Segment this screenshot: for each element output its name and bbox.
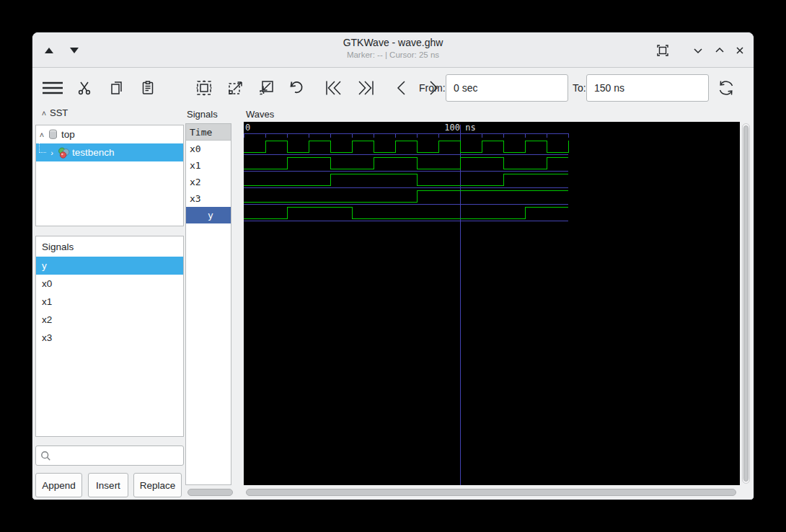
sst-expander-row[interactable]: ˄ SST [38,107,68,118]
waveform-plot: 0100 ns [244,122,740,485]
list-item[interactable]: x1 [36,293,183,311]
menu-icon [41,80,64,96]
wave-canvas[interactable]: 0100 ns [244,122,740,485]
to-label: To: [573,82,586,94]
wave-horizontal-scrollbar-thumb[interactable] [246,489,736,496]
tree-item-top[interactable]: ˄ top [36,125,183,143]
fullscreen-button[interactable] [653,41,672,60]
copy-icon [109,80,125,96]
signal-name-row[interactable]: y [186,207,231,223]
chevron-up-icon [714,45,725,56]
tree-item-label: top [61,129,75,140]
undo-button[interactable] [283,74,310,102]
svg-text:100 ns: 100 ns [444,123,475,133]
tree-item-testbench[interactable]: › testbench [36,143,183,161]
step-back-button[interactable] [388,74,415,102]
skip-to-start-button[interactable] [319,74,347,102]
module-icon [48,129,58,140]
zoom-fit-button[interactable] [190,74,218,102]
close-icon [734,45,746,56]
names-column: Time x0 x1 x2 x3 y [185,123,231,485]
signal-search [35,445,184,466]
from-input[interactable] [446,74,568,102]
desktop-background: GTKWave - wave.ghw Marker: -- | Cursor: … [0,0,786,532]
search-input[interactable] [51,451,183,461]
fullscreen-icon [656,44,669,57]
to-input[interactable] [586,74,709,102]
expanded-chevron-icon[interactable]: ˄ [36,130,48,139]
zoom-in-button[interactable] [222,74,250,102]
paste-icon [140,80,156,96]
list-item[interactable]: x3 [36,329,183,347]
zoom-in-icon [227,79,244,97]
zoom-out-icon [258,79,275,97]
cut-button[interactable] [71,74,98,102]
reload-icon [717,79,736,97]
sst-tree: ˄ top › testbench [35,125,184,226]
insert-button[interactable]: Insert [88,473,128,497]
chevron-left-icon [394,79,410,97]
list-item[interactable]: y [36,257,183,275]
names-frame-label: Signals [187,109,218,120]
wave-vertical-scrollbar[interactable] [742,123,750,484]
chevron-down-icon [692,45,704,56]
reload-button[interactable] [712,74,740,102]
copy-button[interactable] [103,74,131,102]
signal-browser-header: Signals [36,236,183,257]
wave-horizontal-scrollbar[interactable] [244,487,740,497]
signal-browser: Signals y x0 x1 x2 x3 [35,236,184,437]
search-icon [40,451,51,461]
maximize-button[interactable] [710,41,729,60]
paste-button[interactable] [134,74,162,102]
zoom-fit-icon [195,79,213,97]
skip-to-end-icon [357,79,376,97]
window-status-line: Marker: -- | Cursor: 25 ns [32,50,754,59]
tree-guide-line [39,143,46,153]
close-button[interactable] [730,41,749,60]
cut-icon [76,80,92,96]
sst-label: SST [50,107,68,118]
gtkwave-window: GTKWave - wave.ghw Marker: -- | Cursor: … [32,32,754,500]
time-header[interactable]: Time [186,124,231,141]
from-label: From: [419,82,446,94]
collapsed-chevron-icon[interactable]: › [46,148,58,157]
list-item[interactable]: x2 [36,311,183,329]
instance-icon [58,147,70,159]
append-button[interactable]: Append [35,473,82,497]
names-horizontal-scrollbar[interactable] [187,487,234,497]
names-horizontal-scrollbar-thumb[interactable] [187,489,233,496]
waves-frame-label: Waves [246,109,274,120]
zoom-out-button[interactable] [253,74,281,102]
titlebar[interactable]: GTKWave - wave.ghw Marker: -- | Cursor: … [32,32,754,68]
svg-text:0: 0 [245,123,250,133]
signal-name-row[interactable]: x3 [186,190,231,207]
skip-to-start-icon [324,79,343,97]
window-title: GTKWave - wave.ghw [32,37,754,48]
replace-button[interactable]: Replace [133,473,182,497]
undo-icon [288,79,305,97]
pane-splitter-names-waves[interactable] [233,109,242,498]
list-item[interactable]: x0 [36,275,183,293]
signal-name-row[interactable]: x2 [186,174,231,190]
skip-to-end-button[interactable] [353,74,380,102]
minimize-button[interactable] [689,41,707,60]
sst-expander-icon: ˄ [38,109,50,118]
menu-button[interactable] [39,74,66,102]
signal-name-row[interactable]: x0 [186,141,231,157]
wave-vertical-scrollbar-thumb[interactable] [743,125,749,482]
tree-item-label: testbench [72,147,115,158]
signal-name-row[interactable]: x1 [186,157,231,174]
